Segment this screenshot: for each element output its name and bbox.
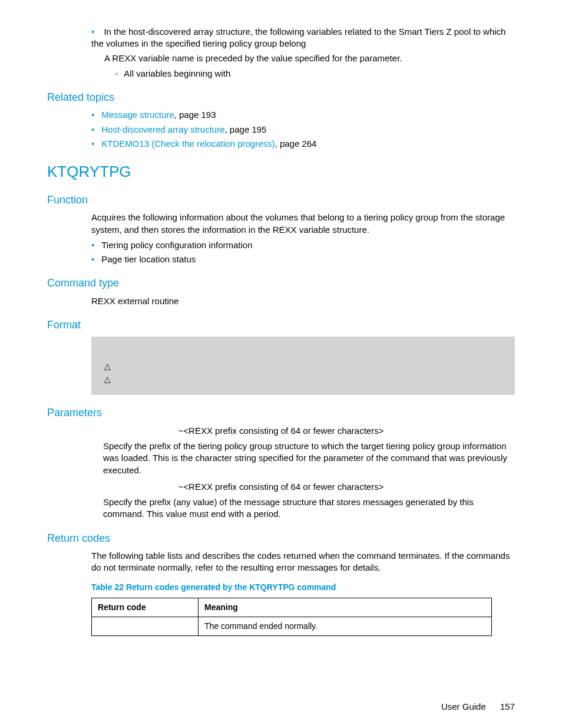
list-item: Host-discovered array structure, page 19… [91,124,515,136]
link-message-structure[interactable]: Message structure [101,110,174,120]
function-text: Acquires the following information about… [91,212,515,236]
table-row: The command ended normally. [92,617,492,636]
list-item: In the host-discovered array structure, … [91,26,515,80]
param1-text: Specify the prefix of the tiering policy… [103,440,515,476]
th-return-code: Return code [92,598,199,617]
related-topics-heading: Related topics [47,90,515,104]
top-bullet-list: In the host-discovered array structure, … [91,26,515,80]
return-codes-table: Return code Meaning The command ended no… [91,598,492,636]
table-caption: Table 22 Return codes generated by the K… [91,582,515,593]
related-topics-list: Message structure, page 193 Host-discove… [91,109,515,150]
format-block: △ △ [91,337,515,395]
th-meaning: Meaning [199,598,492,617]
command-type-text: REXX external routine [91,295,515,307]
link-host-discovered-array[interactable]: Host-discovered array structure [101,124,224,134]
list-item: KTDEMO13 (Check the relocation progress)… [91,138,515,150]
page-number: 157 [500,701,515,711]
return-codes-text: The following table lists and describes … [91,550,515,574]
list-item: Tiering policy configuration information [91,239,515,251]
list-text: In the host-discovered array structure, … [91,27,505,48]
page-footer: User Guide 157 [47,701,515,713]
function-bullets: Tiering policy configuration information… [91,239,515,266]
footer-label: User Guide [441,701,486,711]
td-code [92,617,199,636]
format-heading: Format [47,318,515,332]
td-meaning: The command ended normally. [199,617,492,636]
sub-list: All variables beginning with [115,68,515,80]
return-codes-heading: Return codes [47,531,515,545]
param1-def: ~<REXX prefix consisting of 64 or fewer … [91,425,471,437]
list-item: Message structure, page 193 [91,109,515,121]
function-heading: Function [47,193,515,207]
param2-def: ~<REXX prefix consisting of 64 or fewer … [91,481,471,493]
list-item: Page tier location status [91,253,515,265]
list-continuation: A REXX variable name is preceded by the … [104,52,515,64]
command-type-heading: Command type [47,276,515,290]
param2-text: Specify the prefix (any value) of the me… [103,496,515,521]
parameters-heading: Parameters [47,406,515,420]
list-item: All variables beginning with [115,68,515,80]
link-ktdemo13[interactable]: KTDEMO13 (Check the relocation progress) [101,139,275,149]
table-header-row: Return code Meaning [92,598,492,617]
command-title: KTQRYTPG [47,162,515,182]
